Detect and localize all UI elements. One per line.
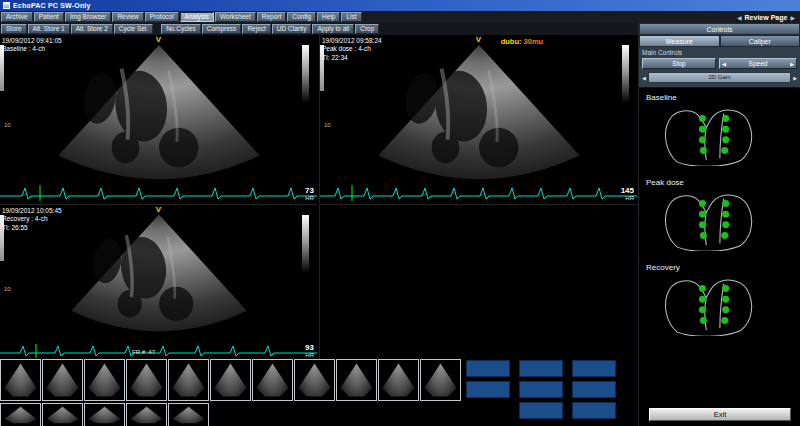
review-page-label: Review Page [745,14,788,21]
empty-clip-slot[interactable] [572,402,616,419]
viewport-baseline[interactable]: 19/09/2012 09:41:05 Baseline : 4-ch V 10… [0,35,317,203]
compress-button[interactable]: Compress [202,24,242,34]
speed-decrease-icon[interactable]: ◀ [722,61,726,67]
viewport-recovery[interactable]: 19/09/2012 10:05:45 Recovery : 4-ch TI: … [0,204,317,360]
window-title: EchoPAC PC SW-Only [13,2,91,9]
filmstrip-thumbnail[interactable] [210,359,251,401]
heart-rate: 73 HR [305,187,314,201]
store-button[interactable]: Store [1,24,27,34]
empty-clip-slot[interactable] [519,381,563,398]
menu-img-browser[interactable]: Img Browser [65,12,111,22]
alt-store2-button[interactable]: Alt. Store 2 [71,24,113,34]
filmstrip-thumbnail[interactable] [378,359,419,401]
probe-marker: V [156,205,161,214]
stop-button[interactable]: Stop [642,58,716,69]
menu-config[interactable]: Config [287,12,316,22]
menu-report[interactable]: Report [257,12,287,22]
speed-label: Speed [749,60,768,67]
tab-measure[interactable]: Measure [639,35,720,47]
filmstrip-thumbnail[interactable] [84,359,125,401]
empty-clip-slot[interactable] [466,360,510,377]
menu-archive[interactable]: Archive [1,12,33,22]
empty-clip-slot[interactable] [572,360,616,377]
tab-controls[interactable]: Controls [639,23,800,35]
stage-section-peak-dose: Peak dose [646,178,793,251]
timestamp: 19/09/2012 09:41:05 [2,37,62,45]
grayscale-bar [302,215,309,273]
filmstrip-thumbnail[interactable] [0,359,41,401]
ecg-trace [320,183,637,203]
view-label: Peak dose : 4-ch [322,45,382,53]
filmstrip-thumbnail[interactable] [252,359,293,401]
crop-button[interactable]: Crop [355,24,379,34]
depth-marker: 10 [4,286,11,292]
review-prev-icon[interactable]: ◀ [737,14,742,21]
menu-worksheet[interactable]: Worksheet [215,12,256,22]
ultrasound-image [29,41,289,189]
gain-increase-icon[interactable]: ▶ [793,75,797,81]
filmstrip-thumbnail[interactable] [336,359,377,401]
image-info: 19/09/2012 09:41:05 Baseline : 4-ch [2,37,62,54]
cycle-select-button[interactable]: Cycle Sel. [114,24,153,34]
review-next-icon[interactable]: ▶ [790,14,795,21]
filmstrip-thumbnail[interactable] [168,359,209,401]
viewport-peak-dose[interactable]: 19/09/2012 09:58:24 Peak dose : 4-ch TI:… [319,35,637,203]
exit-button[interactable]: Exit [649,408,791,421]
empty-clip-slot[interactable] [466,381,510,398]
filmstrip-thumbnail[interactable] [42,403,83,426]
speed-control[interactable]: ◀ Speed ▶ [719,58,797,69]
menu-analysis[interactable]: Analysis [180,12,214,22]
gain-decrease-icon[interactable]: ◀ [642,75,646,81]
main-controls-box: Main Controls Stop ◀ Speed ▶ ◀ 2D Gain ▶ [639,47,800,88]
ti-label: TI: 22:34 [322,54,382,62]
ecg-trace [0,342,317,360]
filmstrip-second-row [0,403,210,426]
segment-score-diagram[interactable] [646,189,786,251]
review-page-nav: ◀ Review Page ▶ [737,14,795,21]
menu-bar: Archive Patient Img Browser Review Proto… [0,11,800,23]
main-controls-label: Main Controls [642,49,797,56]
menu-patient[interactable]: Patient [34,12,64,22]
menu-protocol[interactable]: Protocol [145,12,179,22]
viewport-empty[interactable] [319,204,637,360]
speed-increase-icon[interactable]: ▶ [790,61,794,67]
menu-help[interactable]: Help [317,12,340,22]
panel-tabs: Measure Caliper [639,35,800,47]
stage-label: Baseline [646,93,793,102]
ud-clarity-button[interactable]: UD Clarity [272,24,312,34]
filmstrip-thumbnail[interactable] [168,403,209,426]
filmstrip-thumbnail[interactable] [126,403,167,426]
apply-to-all-button[interactable]: Apply to all [312,24,354,34]
depth-marker: 10 [4,122,11,128]
timestamp: 19/09/2012 10:05:45 [2,207,62,215]
filmstrip-thumbnail[interactable] [42,359,83,401]
gain-slider[interactable]: 2D Gain [648,72,791,83]
view-label: Recovery : 4-ch [2,215,62,223]
empty-clip-slot[interactable] [519,360,563,377]
probe-marker: V [476,35,481,44]
menu-review[interactable]: Review [112,12,143,22]
titlebar: EchoPAC PC SW-Only [0,0,800,11]
filmstrip-thumbnail[interactable] [126,359,167,401]
filmstrip-thumbnail[interactable] [0,403,41,426]
alt-store1-button[interactable]: Alt. Store 1 [28,24,70,34]
control-panel: Controls Measure Caliper Main Controls S… [638,23,800,426]
depth-marker: 10 [324,122,331,128]
filmstrip-thumbnail[interactable] [84,403,125,426]
empty-clip-slot[interactable] [572,381,616,398]
segment-score-diagram[interactable] [646,104,786,166]
tab-caliper[interactable]: Caliper [720,35,800,47]
filmstrip [0,359,462,401]
stage-annotation: dubu: 30mu [501,37,544,46]
filmstrip-thumbnail[interactable] [294,359,335,401]
ultrasound-image [46,211,272,340]
filmstrip-thumbnail[interactable] [420,359,461,401]
ti-label: TI: 26:55 [2,224,62,232]
empty-clip-slot[interactable] [519,402,563,419]
gain-control[interactable]: ◀ 2D Gain ▶ [642,72,797,83]
segment-score-diagram[interactable] [646,274,786,336]
menu-list[interactable]: List [341,12,361,22]
no-cycles-button[interactable]: No.Cycles [161,24,201,34]
view-label: Baseline : 4-ch [2,45,62,53]
reject-button[interactable]: Reject [242,24,270,34]
